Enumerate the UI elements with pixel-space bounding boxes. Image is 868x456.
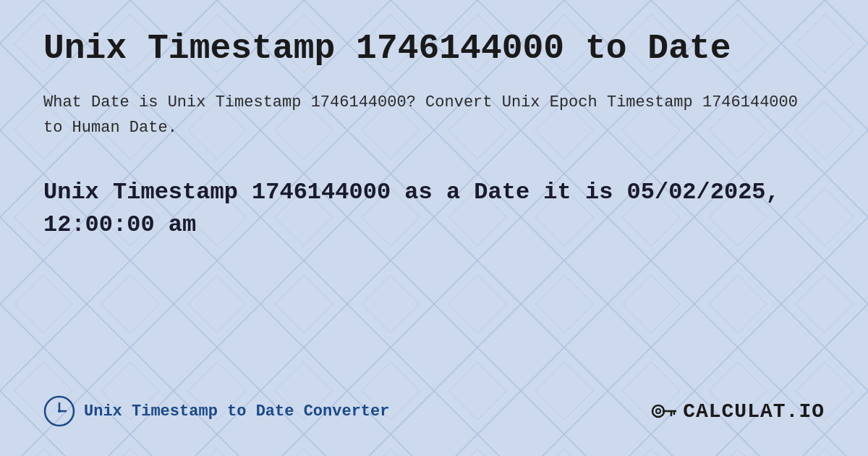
logo-icon — [651, 398, 677, 424]
page-footer: Unix Timestamp to Date Converter CALCULA… — [43, 381, 825, 427]
svg-point-14 — [652, 405, 664, 417]
logo-text: CALCULAT.IO — [683, 400, 825, 423]
clock-icon — [43, 395, 75, 427]
svg-point-13 — [58, 410, 61, 413]
footer-label: Unix Timestamp to Date Converter — [84, 402, 389, 421]
svg-point-15 — [656, 409, 660, 413]
page-description: What Date is Unix Timestamp 1746144000? … — [43, 90, 825, 140]
page-title: Unix Timestamp 1746144000 to Date — [43, 29, 825, 68]
logo: CALCULAT.IO — [651, 398, 825, 424]
footer-left: Unix Timestamp to Date Converter — [43, 395, 389, 427]
result-text: Unix Timestamp 1746144000 as a Date it i… — [43, 177, 825, 242]
